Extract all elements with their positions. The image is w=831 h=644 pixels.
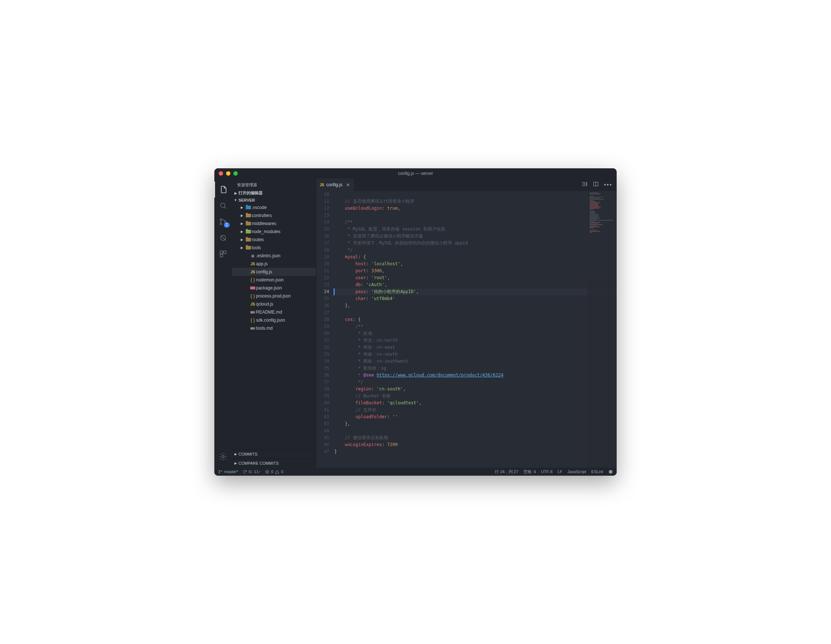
code-line[interactable]: }	[334, 448, 617, 455]
open-editors-label: 打开的编辑器	[239, 190, 263, 196]
code-line[interactable]: * 华北：cn-north	[334, 337, 617, 344]
tree-file[interactable]: { }sdk.config.json	[232, 316, 316, 324]
minimize-window-button[interactable]	[226, 171, 231, 175]
eol[interactable]: LF	[557, 469, 562, 475]
code-line[interactable]: */	[334, 247, 617, 253]
code-line[interactable]: wxLoginExpires: 7200	[334, 441, 617, 448]
code-line[interactable]: * 若使用了腾讯云微信小程序解决方案	[334, 233, 617, 240]
folder-root-header[interactable]: ▼ SERVER	[232, 197, 316, 204]
tree-file[interactable]: JSqcloud.js	[232, 300, 316, 308]
code-line[interactable]: region: 'cn-south',	[334, 386, 617, 393]
code-line[interactable]: /**	[334, 219, 617, 226]
tree-file[interactable]: M↓README.md	[232, 308, 316, 316]
language-mode[interactable]: JavaScript	[567, 469, 586, 475]
tabs: JS config.js ✕ •••	[316, 179, 617, 191]
code-line[interactable]: /**	[334, 323, 617, 330]
editor[interactable]: 1011121314151617181920212223242526272829…	[316, 191, 617, 468]
more-icon[interactable]: •••	[604, 182, 612, 188]
tree-file[interactable]: { }nodemon.json	[232, 276, 316, 284]
encoding[interactable]: UTF-8	[541, 469, 552, 475]
code-line[interactable]: * 华东：cn-east	[334, 344, 617, 351]
code-line[interactable]: * 新加坡：sg	[334, 365, 617, 372]
code-line[interactable]: useQcloudLogin: true,	[334, 205, 617, 212]
split-editor-icon[interactable]	[593, 181, 599, 188]
code-line[interactable]: db: 'cAuth',	[334, 281, 617, 289]
cursor-position[interactable]: 行 24，列 27	[495, 469, 518, 475]
problems-status[interactable]: 0 0	[265, 469, 283, 474]
code-line[interactable]: char: 'utf8mb4'	[334, 295, 617, 302]
maximize-window-button[interactable]	[233, 171, 238, 175]
line-number: 33	[316, 351, 329, 358]
package-file-icon	[250, 287, 255, 289]
commits-header[interactable]: ▶ COMMITS	[232, 450, 316, 459]
eslint-status[interactable]: ESLint	[591, 469, 603, 475]
tree-item-label: middlewares	[252, 221, 276, 226]
code-line[interactable]: // 是否使用腾讯云代理登录小程序	[334, 198, 617, 205]
code-line[interactable]: fileBucket: 'qcloudtest',	[334, 400, 617, 406]
search-icon[interactable]	[214, 198, 232, 214]
tree-file[interactable]: package.json	[232, 284, 316, 292]
tree-folder[interactable]: ▶node_modules	[232, 228, 316, 236]
code-line[interactable]: * 西南：cn-southwest	[334, 358, 617, 365]
code-line[interactable]	[334, 427, 617, 434]
code-line[interactable]: pass: '你的小程序的AppID',	[334, 289, 617, 295]
code-line[interactable]: // 文件夹	[334, 406, 617, 413]
code-line[interactable]	[334, 309, 617, 316]
branch-status[interactable]: master*	[218, 469, 238, 474]
code-line[interactable]: * 开发环境下，MySQL 的初始密码为您的微信小程序 appid	[334, 240, 617, 247]
close-icon[interactable]: ✕	[346, 182, 350, 188]
tree-folder[interactable]: ▶routes	[232, 236, 316, 244]
compare-commits-label: COMPARE COMMITS	[239, 461, 279, 465]
window-title: config.js — server	[398, 171, 433, 176]
code-line[interactable]: },	[334, 421, 617, 427]
tree-folder[interactable]: ▶controllers	[232, 212, 316, 220]
settings-gear-icon[interactable]	[214, 449, 232, 465]
code-line[interactable]: host: 'localhost',	[334, 260, 617, 268]
tree-file[interactable]: JSapp.js	[232, 260, 316, 268]
tree-file[interactable]: JSconfig.js	[232, 268, 316, 276]
svg-point-17	[610, 471, 610, 471]
code-line[interactable]: * MySQL 配置，用来存储 session 和用户信息	[334, 226, 617, 233]
svg-point-8	[222, 456, 224, 458]
code-line[interactable]: port: 3306,	[334, 268, 617, 274]
extensions-icon[interactable]	[214, 246, 232, 262]
tree-folder[interactable]: ▶middlewares	[232, 220, 316, 228]
code-line[interactable]: */	[334, 379, 617, 386]
tree-file[interactable]: M↓tools.md	[232, 324, 316, 332]
compare-commits-header[interactable]: ▶ COMPARE COMMITS	[232, 459, 316, 468]
code-line[interactable]: cos: {	[334, 316, 617, 323]
code-line[interactable]: // 微信登录态有效期	[334, 434, 617, 441]
tree-folder[interactable]: ▶tools	[232, 244, 316, 252]
close-window-button[interactable]	[219, 171, 223, 175]
debug-icon[interactable]	[214, 230, 232, 246]
minimap[interactable]	[587, 191, 617, 468]
explorer-icon[interactable]	[214, 182, 232, 198]
tree-file[interactable]: { }process.prod.json	[232, 292, 316, 300]
code-line[interactable]	[334, 212, 617, 219]
tab-config-js[interactable]: JS config.js ✕	[316, 179, 354, 191]
tree-file[interactable]: ◉.eslintrc.json	[232, 252, 316, 260]
feedback-icon[interactable]	[608, 469, 613, 475]
open-editors-header[interactable]: ▶ 打开的编辑器	[232, 189, 316, 197]
code-line[interactable]	[334, 191, 617, 198]
code-line[interactable]: },	[334, 302, 617, 309]
code-line[interactable]: uploadFolder: ''	[334, 413, 617, 421]
sync-status[interactable]: 0↓ 11↑	[242, 469, 260, 474]
tree-folder[interactable]: ▶.vscode	[232, 204, 316, 212]
code-line[interactable]: * @see https://www.qcloud.com/document/p…	[334, 372, 617, 379]
svg-point-12	[219, 470, 220, 471]
tree-item-label: routes	[252, 237, 264, 242]
code[interactable]: // 是否使用腾讯云代理登录小程序 useQcloudLogin: true, …	[334, 191, 617, 468]
tree-item-label: sdk.config.json	[256, 317, 285, 323]
compare-changes-icon[interactable]	[582, 181, 588, 188]
code-line[interactable]: user: 'root',	[334, 274, 617, 281]
line-number: 27	[316, 309, 329, 316]
code-line[interactable]: * 华南：cn-south	[334, 351, 617, 358]
code-line[interactable]: // Bucket 名称	[334, 393, 617, 400]
chevron-right-icon: ▶	[233, 191, 238, 195]
code-line[interactable]: mysql: {	[334, 253, 617, 260]
source-control-icon[interactable]	[214, 214, 232, 230]
code-line[interactable]: * 区域	[334, 330, 617, 337]
indentation[interactable]: 空格: 4	[524, 469, 536, 475]
js-file-icon: JS	[320, 183, 324, 187]
